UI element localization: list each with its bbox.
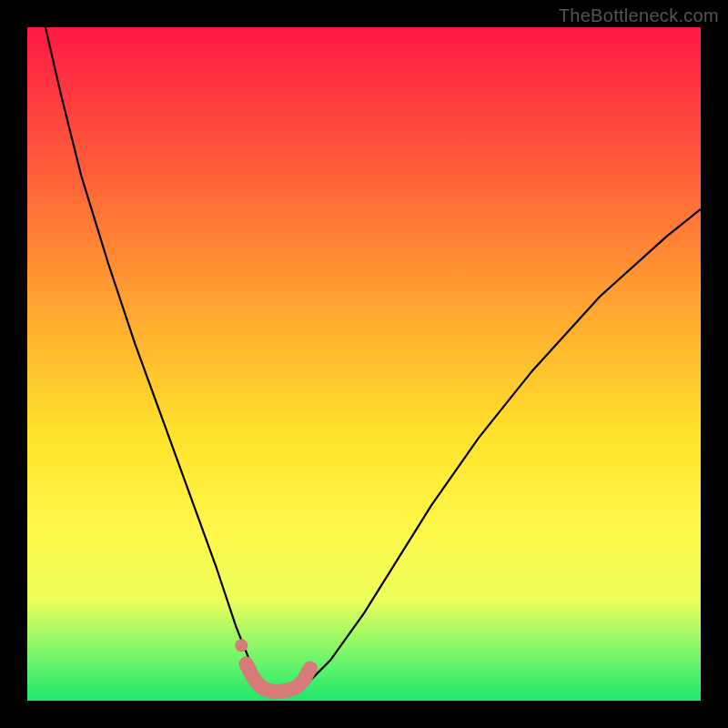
bottleneck-curve-path	[41, 27, 701, 693]
highlight-band-path	[247, 663, 310, 692]
bottleneck-curve-svg	[27, 27, 701, 701]
watermark-label: TheBottleneck.com	[559, 5, 719, 26]
chart-plot-area	[27, 27, 701, 701]
highlight-dot	[235, 639, 248, 652]
